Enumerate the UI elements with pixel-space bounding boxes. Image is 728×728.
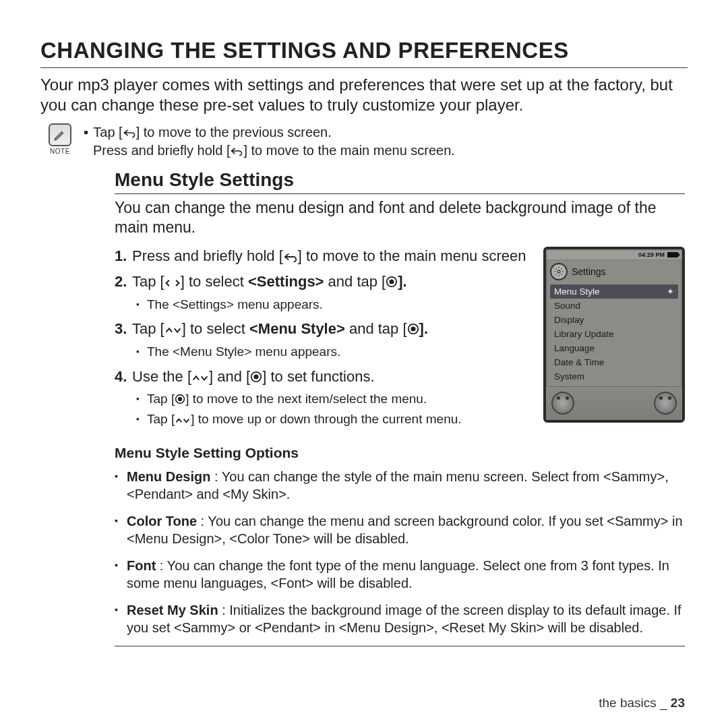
select-icon	[250, 371, 262, 383]
svg-point-7	[178, 397, 182, 401]
svg-point-1	[390, 279, 394, 284]
device-menu-item: Display	[550, 313, 678, 327]
up-down-icon	[175, 417, 191, 425]
device-menu-item: Menu Style✦	[550, 284, 678, 299]
back-icon	[283, 251, 298, 262]
footer-section: the basics	[599, 696, 657, 710]
section-heading: Menu Style Settings	[115, 169, 685, 194]
s4c: ] to set functions.	[262, 368, 374, 385]
s2bold: <Settings>	[248, 273, 324, 290]
note-block: NOTE ▪ Tap [] to move to the previous sc…	[46, 123, 688, 160]
page-footer: the basics _ 23	[599, 696, 685, 710]
device-menu-item: Language	[550, 341, 678, 355]
steps-list: 1. Press and briefly hold [] to move to …	[115, 247, 531, 428]
s4s2a: Tap [	[147, 412, 175, 426]
step-1: 1. Press and briefly hold [] to move to …	[115, 247, 531, 266]
s3a: Tap [	[132, 320, 164, 337]
up-down-icon	[164, 326, 182, 335]
device-menu: Menu Style✦SoundDisplayLibrary UpdateLan…	[546, 284, 682, 386]
pencil-icon	[49, 123, 71, 146]
device-menu-item: Date & Time	[550, 355, 678, 369]
options-list: Menu Design : You can change the style o…	[115, 468, 685, 636]
s3b: ] to select	[182, 320, 249, 337]
option-item: Font : You can change the font type of t…	[115, 557, 685, 592]
gear-icon	[550, 263, 568, 280]
option-item: Menu Design : You can change the style o…	[115, 468, 685, 503]
note-line1b: ] to move to the previous screen.	[136, 125, 332, 140]
step-4: 4. Use the [] and [] to set functions. T…	[115, 367, 531, 428]
up-down-icon	[191, 373, 209, 383]
footer-sep: _	[657, 696, 671, 710]
speaker-left-icon	[551, 392, 574, 415]
svg-point-5	[254, 374, 259, 379]
note-line1a: Tap [	[93, 125, 122, 140]
s4a: Use the [	[132, 368, 191, 385]
device-speakers	[546, 386, 682, 420]
device-menu-item: System	[550, 369, 678, 384]
s3-sub: The <Menu Style> menu appears.	[136, 343, 531, 361]
device-menu-item: Library Update	[550, 327, 678, 341]
left-right-icon	[164, 278, 181, 288]
intro-text: Your mp3 player comes with settings and …	[40, 75, 688, 115]
select-icon	[175, 394, 185, 404]
s4-sub2: Tap [] to move up or down through the cu…	[136, 411, 531, 428]
svg-point-8	[557, 270, 560, 273]
svg-point-3	[411, 327, 415, 332]
s4s1a: Tap [	[147, 392, 175, 406]
device-time: 04:29 PM	[638, 251, 665, 258]
options-heading: Menu Style Setting Options	[115, 445, 685, 461]
s4s2b: ] to move up or down through the current…	[191, 412, 461, 426]
s3d: ].	[419, 320, 428, 337]
s4s1b: ] to move to the next item/select the me…	[185, 392, 427, 406]
s4-sub1: Tap [] to move to the next item/select t…	[136, 390, 531, 408]
s2a: Tap [	[132, 273, 164, 290]
speaker-right-icon	[654, 392, 677, 415]
note-line2a: Press and briefly hold [	[93, 143, 230, 158]
s3c: and tap [	[345, 320, 407, 337]
s2d: ].	[398, 273, 406, 290]
option-item: Reset My Skin : Initializes the backgrou…	[115, 601, 685, 636]
back-icon	[230, 146, 243, 156]
s2b: ] to select	[181, 273, 248, 290]
note-line2b: ] to move to the main menu screen.	[243, 143, 455, 158]
s4b: ] and [	[209, 368, 250, 385]
step-3: 3. Tap [] to select <Menu Style> and tap…	[115, 320, 531, 360]
s2-sub: The <Settings> menu appears.	[136, 296, 531, 313]
s3bold: <Menu Style>	[249, 320, 345, 337]
device-title: Settings	[572, 266, 606, 277]
device-titlebar: Settings	[546, 260, 682, 284]
s1a: Press and briefly hold [	[132, 247, 283, 264]
back-icon	[123, 127, 136, 138]
s1b: ] to move to the main menu screen	[298, 247, 526, 264]
footer-page: 23	[671, 696, 685, 710]
note-badge: NOTE	[46, 123, 74, 155]
battery-icon	[667, 252, 678, 257]
page-title: CHANGING THE SETTINGS AND PREFERENCES	[40, 38, 688, 68]
divider	[115, 646, 685, 646]
note-text: ▪ Tap [] to move to the previous screen.…	[84, 123, 455, 160]
s2c: and tap [	[324, 273, 386, 290]
device-screenshot: 04:29 PM Settings Menu Style✦SoundDispla…	[543, 247, 685, 423]
select-icon	[386, 276, 398, 288]
device-statusbar: 04:29 PM	[546, 249, 682, 260]
option-item: Color Tone : You can change the menu and…	[115, 512, 685, 547]
note-label: NOTE	[50, 148, 70, 155]
step-2: 2. Tap [] to select <Settings> and tap […	[115, 272, 531, 313]
section-desc: You can change the menu design and font …	[115, 198, 685, 237]
select-icon	[407, 323, 419, 335]
device-menu-item: Sound	[550, 299, 678, 313]
